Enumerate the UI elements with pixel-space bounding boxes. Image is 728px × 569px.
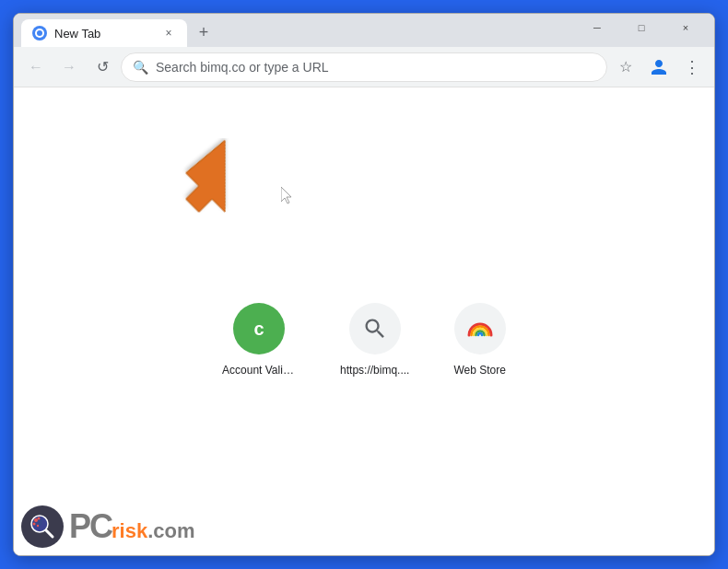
address-bar[interactable]: 🔍 Search bimq.co or type a URL (121, 52, 607, 82)
address-search-icon: 🔍 (133, 60, 148, 75)
shortcut-webstore-label: Web Store (453, 364, 505, 377)
watermark: PCrisk.com (21, 505, 195, 548)
active-tab[interactable]: New Tab × (21, 19, 187, 47)
new-tab-button[interactable]: + (191, 19, 217, 45)
svg-point-5 (33, 523, 36, 526)
shortcut-bimq-icon (349, 303, 401, 354)
maximize-button[interactable]: □ (620, 14, 663, 41)
cursor-icon (281, 187, 296, 205)
pointing-arrow (175, 138, 267, 226)
address-text: Search bimq.co or type a URL (156, 60, 595, 75)
tab-close-button[interactable]: × (161, 26, 176, 41)
minimize-button[interactable]: ─ (576, 14, 618, 41)
shortcut-webstore[interactable]: Web Store (446, 296, 512, 384)
tab-favicon (32, 26, 47, 41)
shortcut-webstore-icon (454, 303, 506, 354)
close-button[interactable]: × (664, 14, 707, 41)
page-content: c Account Valid... https://bimq.... (14, 87, 714, 555)
pcrisk-text-area: PCrisk.com (69, 510, 195, 543)
pcrisk-logo (21, 505, 64, 548)
menu-button[interactable]: ⋮ (677, 52, 707, 82)
profile-button[interactable] (644, 52, 674, 82)
shortcut-account-icon: c (233, 303, 285, 354)
shortcut-bimq[interactable]: https://bimq.... (333, 296, 417, 384)
shortcut-bimq-label: https://bimq.... (340, 364, 409, 377)
dot-com-text: .com (147, 521, 194, 541)
tab-favicon-dot (37, 30, 42, 36)
shortcut-account-label: Account Valid... (222, 364, 296, 377)
forward-button[interactable]: → (54, 52, 84, 82)
svg-line-4 (46, 530, 53, 537)
svg-point-2 (34, 518, 38, 522)
title-bar: New Tab × + ─ □ × (14, 14, 714, 47)
svg-point-3 (38, 517, 41, 520)
risk-text: risk (112, 521, 147, 541)
profile-icon (650, 58, 668, 76)
nav-bar: ← → ↺ 🔍 Search bimq.co or type a URL ☆ ⋮ (14, 47, 714, 87)
browser-window: New Tab × + ─ □ × ← → ↺ 🔍 Search bimq.co… (13, 13, 715, 556)
back-button[interactable]: ← (21, 52, 51, 82)
reload-button[interactable]: ↺ (88, 52, 117, 82)
svg-point-6 (37, 525, 39, 527)
shortcuts-area: c Account Valid... https://bimq.... (215, 296, 513, 384)
tab-title: New Tab (54, 27, 154, 41)
bookmark-button[interactable]: ☆ (611, 52, 640, 82)
window-controls: ─ □ × (576, 14, 707, 41)
shortcut-account-valid[interactable]: c Account Valid... (215, 296, 303, 384)
pc-text: PC (69, 510, 112, 543)
tab-favicon-inner (35, 29, 44, 38)
tab-area: New Tab × + (21, 19, 569, 47)
